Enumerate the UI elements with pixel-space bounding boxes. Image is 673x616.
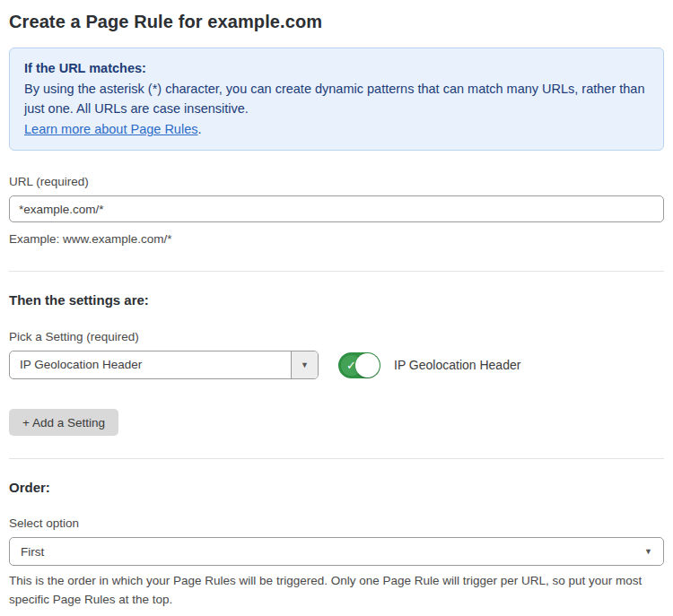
order-select[interactable]: First ▼: [9, 537, 664, 566]
order-select-label: Select option: [9, 516, 664, 530]
chevron-down-icon: ▼: [301, 361, 309, 369]
order-select-value: First: [21, 545, 644, 559]
settings-section-heading: Then the settings are:: [9, 292, 664, 308]
ip-geolocation-toggle[interactable]: ✓: [338, 352, 380, 378]
setting-select-value: IP Geolocation Header: [10, 351, 291, 378]
divider: [9, 458, 664, 459]
learn-more-link[interactable]: Learn more about Page Rules: [24, 122, 197, 136]
toggle-label: IP Geolocation Header: [394, 358, 520, 372]
divider: [9, 271, 664, 272]
url-match-info-box: If the URL matches: By using the asteris…: [9, 48, 664, 151]
url-field-label: URL (required): [9, 175, 664, 188]
toggle-knob: [355, 353, 380, 377]
order-helper-text: This is the order in which your Page Rul…: [9, 571, 664, 609]
info-box-body: By using the asterisk (*) character, you…: [24, 79, 649, 118]
add-setting-button[interactable]: + Add a Setting: [9, 409, 118, 436]
pick-setting-label: Pick a Setting (required): [9, 330, 664, 343]
info-box-link-line: Learn more about Page Rules.: [24, 119, 649, 139]
page-title: Create a Page Rule for example.com: [9, 12, 664, 32]
setting-select[interactable]: IP Geolocation Header ▼: [9, 351, 319, 379]
url-input[interactable]: [9, 195, 664, 222]
url-helper-text: Example: www.example.com/*: [9, 230, 664, 248]
page-rule-form: Create a Page Rule for example.com If th…: [0, 0, 673, 616]
setting-select-arrow-button[interactable]: ▼: [291, 351, 318, 378]
link-suffix: .: [197, 122, 201, 136]
order-section-heading: Order:: [9, 480, 664, 495]
setting-row: IP Geolocation Header ▼ ✓ IP Geolocation…: [9, 351, 664, 379]
chevron-down-icon: ▼: [644, 548, 652, 556]
info-box-heading: If the URL matches:: [24, 58, 649, 78]
